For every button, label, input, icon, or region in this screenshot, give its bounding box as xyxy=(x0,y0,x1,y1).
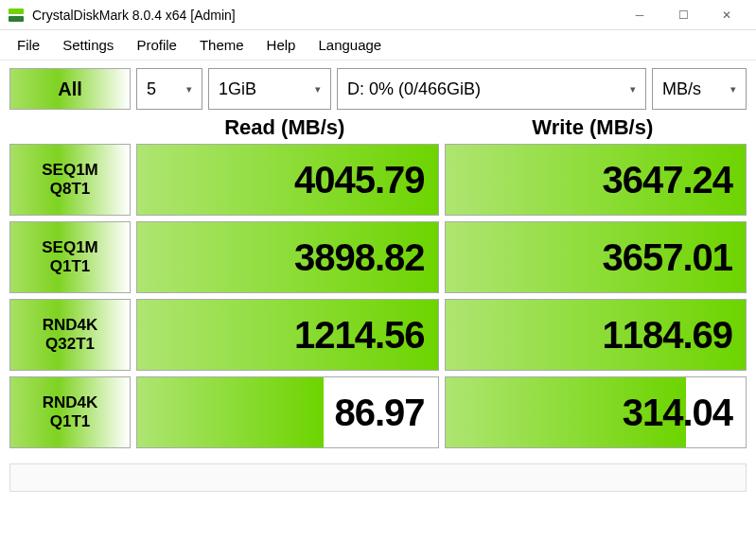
menu-file[interactable]: File xyxy=(6,33,51,57)
size-select[interactable]: 1GiB ▾ xyxy=(208,68,331,110)
runs-select[interactable]: 5 ▾ xyxy=(136,68,202,110)
write-value: 3657.01 xyxy=(602,236,732,279)
chevron-down-icon: ▾ xyxy=(730,83,736,96)
row-label-line1: RND4K xyxy=(43,316,98,335)
write-result: 314.04 xyxy=(445,376,747,448)
read-result: 4045.79 xyxy=(136,144,439,216)
chevron-down-icon: ▾ xyxy=(315,83,321,96)
test-button-seq1m-q8t1[interactable]: SEQ1M Q8T1 xyxy=(9,144,131,216)
test-button-rnd4k-q1t1[interactable]: RND4K Q1T1 xyxy=(9,376,131,448)
unit-value: MB/s xyxy=(662,79,701,99)
window-title: CrystalDiskMark 8.0.4 x64 [Admin] xyxy=(32,8,618,23)
titlebar: CrystalDiskMark 8.0.4 x64 [Admin] ─ ☐ ✕ xyxy=(0,0,756,30)
runs-value: 5 xyxy=(147,79,156,99)
menubar: File Settings Profile Theme Help Languag… xyxy=(0,30,756,61)
result-row: RND4K Q1T1 86.97 314.04 xyxy=(9,376,747,448)
write-value: 3647.24 xyxy=(602,159,732,201)
run-all-label: All xyxy=(58,79,82,100)
result-row: SEQ1M Q8T1 4045.79 3647.24 xyxy=(9,144,747,216)
write-header: Write (MB/s) xyxy=(439,115,747,140)
app-icon xyxy=(8,7,25,24)
chevron-down-icon: ▾ xyxy=(186,83,192,96)
row-label-line2: Q1T1 xyxy=(50,257,91,276)
read-value: 4045.79 xyxy=(294,159,425,201)
write-result: 1184.69 xyxy=(445,299,747,371)
column-headers: Read (MB/s) Write (MB/s) xyxy=(0,110,756,144)
menu-profile[interactable]: Profile xyxy=(125,33,188,57)
chevron-down-icon: ▾ xyxy=(630,83,636,96)
drive-value: D: 0% (0/466GiB) xyxy=(347,79,481,99)
row-label-line1: SEQ1M xyxy=(42,161,98,180)
write-result: 3647.24 xyxy=(445,144,747,216)
menu-language[interactable]: Language xyxy=(307,33,393,57)
row-label-line1: SEQ1M xyxy=(42,238,98,257)
write-result: 3657.01 xyxy=(445,221,747,293)
menu-theme[interactable]: Theme xyxy=(188,33,255,57)
row-label-line2: Q8T1 xyxy=(50,180,91,199)
svg-rect-0 xyxy=(9,9,24,14)
minimize-button[interactable]: ─ xyxy=(618,0,661,30)
read-value: 3898.82 xyxy=(294,236,425,279)
svg-rect-1 xyxy=(9,16,24,22)
result-row: RND4K Q32T1 1214.56 1184.69 xyxy=(9,299,747,371)
status-bar xyxy=(9,463,747,492)
results-grid: SEQ1M Q8T1 4045.79 3647.24 SEQ1M Q1T1 38… xyxy=(0,144,756,463)
unit-select[interactable]: MB/s ▾ xyxy=(652,68,747,110)
app-window: CrystalDiskMark 8.0.4 x64 [Admin] ─ ☐ ✕ … xyxy=(0,0,756,541)
close-button[interactable]: ✕ xyxy=(705,0,748,30)
run-all-button[interactable]: All xyxy=(9,68,131,110)
toolbar: All 5 ▾ 1GiB ▾ D: 0% (0/466GiB) ▾ MB/s ▾ xyxy=(0,61,756,110)
read-header: Read (MB/s) xyxy=(131,115,439,140)
read-fill-bar xyxy=(137,377,324,447)
window-controls: ─ ☐ ✕ xyxy=(618,0,748,30)
maximize-button[interactable]: ☐ xyxy=(661,0,705,30)
write-value: 1184.69 xyxy=(602,314,732,357)
menu-help[interactable]: Help xyxy=(255,33,308,57)
read-value: 1214.56 xyxy=(294,314,425,357)
row-label-line1: RND4K xyxy=(43,393,98,412)
result-row: SEQ1M Q1T1 3898.82 3657.01 xyxy=(9,221,747,293)
write-value: 314.04 xyxy=(623,392,732,434)
row-label-line2: Q1T1 xyxy=(50,412,91,431)
drive-select[interactable]: D: 0% (0/466GiB) ▾ xyxy=(337,68,646,110)
read-value: 86.97 xyxy=(334,392,424,434)
read-result: 3898.82 xyxy=(136,221,439,293)
menu-settings[interactable]: Settings xyxy=(51,33,125,57)
test-button-rnd4k-q32t1[interactable]: RND4K Q32T1 xyxy=(9,299,131,371)
row-label-line2: Q32T1 xyxy=(45,335,95,354)
read-result: 86.97 xyxy=(136,376,439,448)
test-button-seq1m-q1t1[interactable]: SEQ1M Q1T1 xyxy=(9,221,131,293)
size-value: 1GiB xyxy=(219,79,256,99)
read-result: 1214.56 xyxy=(136,299,439,371)
header-spacer xyxy=(9,115,131,140)
